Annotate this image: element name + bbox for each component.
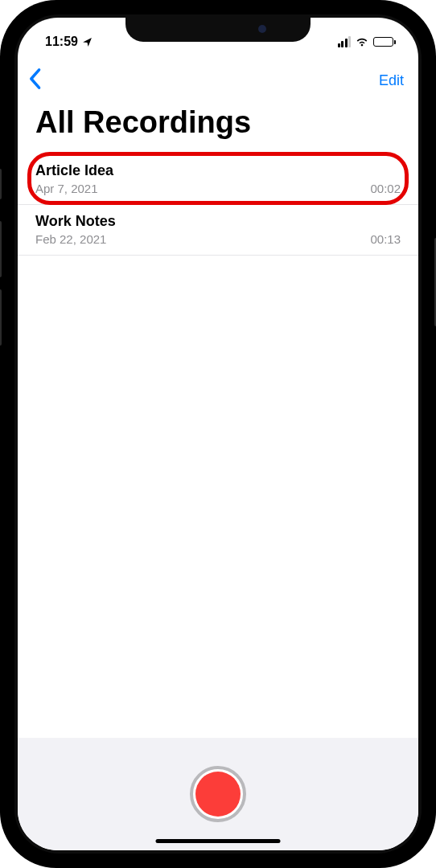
recording-duration: 00:13 (370, 232, 401, 246)
device-volume-up (0, 221, 2, 277)
record-button[interactable] (190, 766, 246, 822)
screen: 11:59 (18, 18, 418, 850)
edit-button[interactable]: Edit (379, 72, 404, 89)
nav-bar: Edit (18, 55, 418, 100)
bottom-toolbar (18, 738, 418, 850)
device-frame: 11:59 (0, 0, 436, 868)
home-indicator[interactable] (156, 839, 281, 843)
wifi-icon (355, 36, 369, 47)
recording-duration: 00:02 (370, 182, 401, 195)
recording-row[interactable]: Article Idea Apr 7, 2021 00:02 (18, 154, 418, 205)
recording-row[interactable]: Work Notes Feb 22, 2021 00:13 (18, 205, 418, 256)
device-mute-switch (0, 169, 2, 199)
device-notch (125, 14, 311, 42)
battery-icon (373, 37, 396, 47)
recording-date: Apr 7, 2021 (35, 182, 98, 195)
record-icon (195, 772, 241, 817)
recording-title: Work Notes (35, 213, 401, 230)
cellular-signal-icon (338, 36, 352, 47)
location-icon (82, 37, 93, 47)
recordings-list: Article Idea Apr 7, 2021 00:02 Work Note… (18, 154, 418, 738)
page-title: All Recordings (18, 100, 418, 154)
device-volume-down (0, 289, 2, 346)
recording-date: Feb 22, 2021 (35, 232, 106, 246)
back-button[interactable] (27, 68, 42, 94)
status-time: 11:59 (45, 35, 78, 49)
recording-title: Article Idea (35, 162, 401, 179)
